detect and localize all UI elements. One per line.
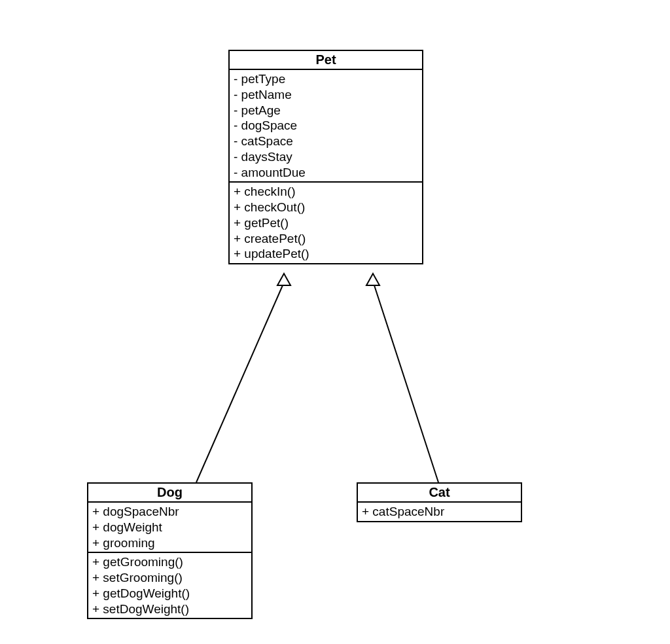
method: + createPet(): [234, 231, 418, 247]
attribute: - petName: [234, 87, 418, 103]
attribute: - petAge: [234, 103, 418, 118]
attribute: - amountDue: [234, 165, 418, 181]
method: + getPet(): [234, 215, 418, 231]
class-pet-attributes: - petType - petName - petAge - dogSpace …: [230, 70, 422, 183]
attribute: + dogWeight: [92, 520, 247, 535]
uml-diagram: Pet - petType - petName - petAge - dogSp…: [0, 0, 670, 644]
class-dog-title: Dog: [88, 484, 251, 503]
attribute: - catSpace: [234, 134, 418, 149]
inheritance-dog-to-pet: [196, 274, 291, 482]
attribute: + dogSpaceNbr: [92, 504, 247, 520]
class-dog-methods: + getGrooming() + setGrooming() + getDog…: [88, 553, 251, 618]
method: + checkOut(): [234, 200, 418, 215]
class-cat-title: Cat: [358, 484, 521, 503]
attribute: + grooming: [92, 535, 247, 551]
svg-marker-2: [366, 274, 379, 285]
method: + getGrooming(): [92, 554, 247, 570]
class-pet: Pet - petType - petName - petAge - dogSp…: [228, 50, 423, 264]
method: + updatePet(): [234, 246, 418, 262]
svg-line-1: [196, 285, 283, 482]
svg-marker-0: [277, 274, 291, 285]
attribute: - daysStay: [234, 149, 418, 165]
method: + getDogWeight(): [92, 586, 247, 601]
class-cat: Cat + catSpaceNbr: [357, 482, 522, 522]
attribute: - dogSpace: [234, 118, 418, 134]
class-dog-attributes: + dogSpaceNbr + dogWeight + grooming: [88, 503, 251, 553]
inheritance-cat-to-pet: [366, 274, 438, 482]
method: + setDogWeight(): [92, 601, 247, 617]
class-dog: Dog + dogSpaceNbr + dogWeight + grooming…: [87, 482, 253, 619]
method: + setGrooming(): [92, 570, 247, 586]
attribute: + catSpaceNbr: [362, 504, 517, 520]
class-pet-title: Pet: [230, 51, 422, 70]
attribute: - petType: [234, 71, 418, 87]
method: + checkIn(): [234, 184, 418, 200]
class-pet-methods: + checkIn() + checkOut() + getPet() + cr…: [230, 183, 422, 263]
class-cat-attributes: + catSpaceNbr: [358, 503, 521, 521]
svg-line-3: [374, 285, 438, 482]
